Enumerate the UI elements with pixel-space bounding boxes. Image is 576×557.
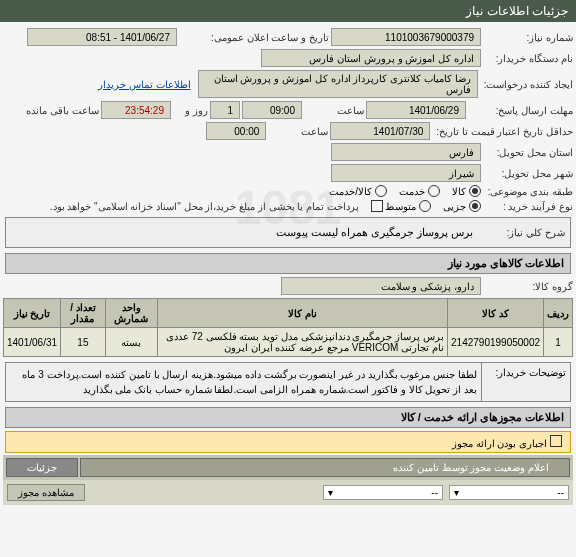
deadline-date-field: 1401/06/29 bbox=[366, 101, 466, 119]
remaining-time-field: 23:54:29 bbox=[101, 101, 171, 119]
time-label-1: ساعت bbox=[304, 105, 364, 116]
permit-mandatory-label: اجباری بودن ارائه مجوز bbox=[452, 438, 547, 449]
td-code: 2142790199050002 bbox=[448, 328, 544, 357]
td-date: 1401/06/31 bbox=[4, 328, 61, 357]
radio-icon bbox=[469, 185, 481, 197]
validity-label: حداقل تاریخ اعتبار قیمت تا تاریخ: bbox=[432, 126, 573, 137]
category-radio-group: کالا خدمت کالا/خدمت bbox=[329, 185, 481, 197]
summary-value: برس پروساز جرمگیری همراه لیست پیوست bbox=[276, 226, 473, 239]
page-header: جزئیات اطلاعات نیاز bbox=[0, 0, 576, 22]
td-qty: 15 bbox=[61, 328, 106, 357]
process-label: نوع فرآیند خرید : bbox=[483, 201, 573, 212]
table-header-row: ردیف کد کالا نام کالا واحد شمارش تعداد /… bbox=[4, 299, 573, 328]
creator-field: رضا کامیاب کلانتری کارپرداز اداره کل امو… bbox=[198, 70, 478, 98]
buyer-field: اداره کل اموزش و پرورش استان فارس bbox=[261, 49, 481, 67]
view-permit-button[interactable]: مشاهده مجوز bbox=[7, 484, 85, 501]
status-row: --▾ --▾ مشاهده مجوز bbox=[3, 480, 573, 505]
th-code: کد کالا bbox=[448, 299, 544, 328]
permit-checkbox[interactable] bbox=[550, 435, 562, 447]
category-label: طبقه بندی موضوعی: bbox=[483, 186, 573, 197]
table-row: 1 2142790199050002 برس پرساز جرمگیری دند… bbox=[4, 328, 573, 357]
day-label: روز و bbox=[173, 105, 208, 116]
province-label: استان محل تحویل: bbox=[483, 147, 573, 158]
th-name: نام کالا bbox=[158, 299, 448, 328]
city-label: شهر محل تحویل: bbox=[483, 168, 573, 179]
td-unit: بسته bbox=[105, 328, 157, 357]
need-number-field: 1101003679000379 bbox=[331, 28, 481, 46]
tab-status[interactable]: اعلام وضعیت مجوز توسط تامین کننده bbox=[80, 458, 570, 477]
chevron-down-icon: ▾ bbox=[454, 487, 459, 498]
th-unit: واحد شمارش bbox=[105, 299, 157, 328]
time-label-2: ساعت bbox=[268, 126, 328, 137]
summary-label: شرح کلي نیاز: bbox=[475, 227, 565, 238]
footer-tabs: اعلام وضعیت مجوز توسط تامین کننده جزئیات bbox=[3, 455, 573, 480]
radio-goods[interactable]: کالا bbox=[452, 185, 481, 197]
deadline-label: مهلت ارسال پاسخ: bbox=[468, 105, 573, 116]
permit-warning: اجباری بودن ارائه مجوز bbox=[5, 431, 571, 453]
goods-group-label: گروه کالا: bbox=[483, 281, 573, 292]
validity-time-field: 00:00 bbox=[206, 122, 266, 140]
city-field: شیراز bbox=[331, 164, 481, 182]
status-select-1[interactable]: --▾ bbox=[449, 485, 569, 500]
need-number-label: شماره نیاز: bbox=[483, 32, 573, 43]
radio-service[interactable]: خدمت bbox=[399, 185, 440, 197]
td-name: برس پرساز جرمگیری دندانپزشکی مدل توید بس… bbox=[158, 328, 448, 357]
buyer-label: نام دستگاه خریدار: bbox=[483, 53, 573, 64]
status-select-2[interactable]: --▾ bbox=[323, 485, 443, 500]
day-value-field: 1 bbox=[210, 101, 240, 119]
radio-icon bbox=[375, 185, 387, 197]
goods-section-title: اطلاعات کالاهای مورد نیاز bbox=[5, 253, 571, 274]
goods-table: ردیف کد کالا نام کالا واحد شمارش تعداد /… bbox=[3, 298, 573, 357]
td-idx: 1 bbox=[544, 328, 573, 357]
province-field: فارس bbox=[331, 143, 481, 161]
th-date: تاریخ نیاز bbox=[4, 299, 61, 328]
th-qty: تعداد / مقدار bbox=[61, 299, 106, 328]
announce-field: 1401/06/27 - 08:51 bbox=[27, 28, 177, 46]
radio-icon bbox=[419, 200, 431, 212]
radio-both[interactable]: کالا/خدمت bbox=[329, 185, 387, 197]
tab-details[interactable]: جزئیات bbox=[6, 458, 78, 477]
buyer-notes-label: توضیحات خریدار: bbox=[481, 362, 571, 402]
permit-section-title: اطلاعات مجوزهای ارائه خدمت / کالا bbox=[5, 407, 571, 428]
radio-low[interactable]: جزیی bbox=[443, 200, 481, 212]
page-title: جزئیات اطلاعات نیاز bbox=[466, 4, 568, 18]
buyer-notes-text: لطفا جنس مرغوب بگذارید در غیر اینصورت بر… bbox=[5, 362, 481, 402]
contact-link[interactable]: اطلاعات تماس خریدار bbox=[98, 79, 191, 90]
summary-section: شرح کلي نیاز: برس پروساز جرمگیری همراه ل… bbox=[5, 217, 571, 248]
payment-note: پرداخت تمام یا بخشی از مبلغ خرید،از محل … bbox=[50, 201, 359, 212]
deadline-time-field: 09:00 bbox=[242, 101, 302, 119]
goods-group-field: دارو، پزشکی و سلامت bbox=[281, 277, 481, 295]
remaining-label: ساعت باقی مانده bbox=[23, 105, 99, 116]
chevron-down-icon: ▾ bbox=[328, 487, 333, 498]
announce-label: تاریخ و ساعت اعلان عمومی: bbox=[179, 32, 329, 43]
creator-label: ایجاد کننده درخواست: bbox=[480, 79, 573, 90]
buyer-notes-row: توضیحات خریدار: لطفا جنس مرغوب بگذارید د… bbox=[5, 362, 571, 402]
th-idx: ردیف bbox=[544, 299, 573, 328]
radio-icon bbox=[469, 200, 481, 212]
payment-checkbox[interactable] bbox=[371, 200, 383, 212]
radio-med[interactable]: متوسط bbox=[385, 200, 431, 212]
radio-icon bbox=[428, 185, 440, 197]
process-radio-group: جزیی متوسط bbox=[385, 200, 481, 212]
validity-date-field: 1401/07/30 bbox=[330, 122, 430, 140]
